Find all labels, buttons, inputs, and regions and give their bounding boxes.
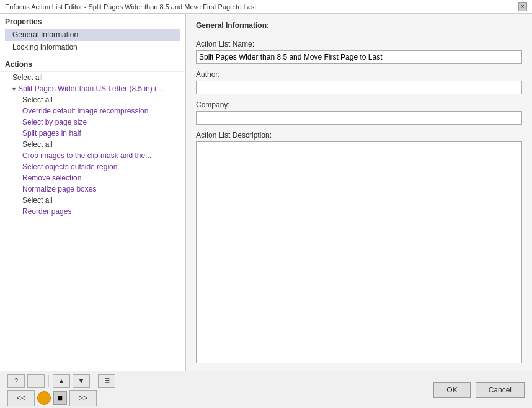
- list-item[interactable]: Reorder pages: [0, 206, 185, 217]
- action-label: Reorder pages: [22, 207, 71, 216]
- left-panel: Properties General Information Locking I…: [0, 14, 186, 371]
- up-arrow-icon: ▲: [58, 377, 65, 384]
- company-label: Company:: [196, 100, 522, 109]
- nav-general-label: General Information: [12, 30, 78, 39]
- list-item[interactable]: Split pages in half: [0, 128, 185, 139]
- prev-icon: <<: [17, 394, 25, 402]
- prev-button[interactable]: <<: [7, 390, 35, 406]
- list-item[interactable]: Override default image recompression: [0, 105, 185, 117]
- action-label: Select by page size: [22, 118, 87, 126]
- action-list-name-field: Action List Name:: [196, 40, 522, 64]
- next-icon: >>: [79, 394, 87, 402]
- record-button[interactable]: [37, 391, 51, 405]
- section-title: General Information:: [196, 21, 522, 30]
- properties-section: Properties General Information Locking I…: [0, 14, 185, 56]
- company-input[interactable]: [196, 111, 522, 125]
- action-list-name-label: Action List Name:: [196, 40, 522, 48]
- list-item[interactable]: Select objects outside region: [0, 161, 185, 172]
- toolbar-left: ? − ▲ ▼ ⊞ <<: [7, 374, 115, 406]
- list-item[interactable]: Select by page size: [0, 117, 185, 128]
- action-label: Normalize page boxes: [22, 185, 96, 193]
- close-button[interactable]: ×: [518, 2, 527, 11]
- toolbar-bottom-row: << ■ >>: [7, 390, 115, 406]
- next-button[interactable]: >>: [69, 390, 97, 406]
- actions-section: Actions Select all ▾ Split Pages Wider t…: [0, 56, 185, 371]
- up-button[interactable]: ▲: [53, 374, 70, 388]
- action-label: Select all: [22, 95, 53, 104]
- toolbar-controls: ? − ▲ ▼ ⊞ <<: [7, 374, 115, 406]
- action-label: Select all: [22, 196, 53, 205]
- author-label: Author:: [196, 70, 522, 79]
- company-field: Company:: [196, 100, 522, 125]
- description-section: Action List Description:: [196, 131, 522, 363]
- action-label: Remove selection: [22, 174, 81, 182]
- window-title: Enfocus Action List Editor - Split Pages…: [5, 3, 256, 11]
- description-textarea[interactable]: [196, 141, 522, 363]
- action-label: Crop images to the clip mask and the...: [22, 151, 151, 160]
- action-list-name-input[interactable]: [196, 50, 522, 64]
- list-item[interactable]: Crop images to the clip mask and the...: [0, 150, 185, 161]
- down-button[interactable]: ▼: [73, 374, 90, 388]
- separator-2: [94, 375, 94, 387]
- list-item[interactable]: Select all: [0, 195, 185, 206]
- list-item[interactable]: Remove selection: [0, 172, 185, 184]
- stop-icon: ■: [58, 393, 63, 402]
- stop-button[interactable]: ■: [53, 391, 67, 405]
- action-label: Override default image recompression: [22, 107, 148, 115]
- ok-button[interactable]: OK: [433, 382, 470, 398]
- author-input[interactable]: [196, 81, 522, 94]
- help-button[interactable]: ?: [7, 374, 25, 388]
- title-bar: Enfocus Action List Editor - Split Pages…: [0, 0, 532, 14]
- toolbar-top-row: ? − ▲ ▼ ⊞: [7, 374, 115, 388]
- list-item[interactable]: Normalize page boxes: [0, 184, 185, 195]
- help-icon: ?: [14, 377, 18, 384]
- list-item[interactable]: Select all: [0, 72, 185, 83]
- action-label: Select objects outside region: [22, 162, 117, 171]
- down-arrow-icon: ▼: [78, 377, 85, 384]
- list-item[interactable]: Select all: [0, 139, 185, 150]
- minus-button[interactable]: −: [27, 374, 45, 388]
- close-icon: ×: [521, 3, 525, 10]
- author-field: Author:: [196, 70, 522, 94]
- action-label: Split pages in half: [22, 129, 81, 138]
- chevron-down-icon: ▾: [12, 86, 16, 92]
- list-item[interactable]: Select all: [0, 94, 185, 105]
- grid-icon: ⊞: [104, 376, 110, 384]
- properties-title: Properties: [5, 17, 180, 26]
- description-label: Action List Description:: [196, 131, 522, 140]
- minus-icon: −: [34, 377, 38, 384]
- action-label: Split Pages Wider than US Letter (8.5 in…: [18, 84, 162, 93]
- toolbar-right: OK Cancel: [433, 382, 525, 398]
- ok-label: OK: [446, 386, 457, 394]
- list-item[interactable]: ▾ Split Pages Wider than US Letter (8.5 …: [0, 83, 185, 94]
- main-layout: Properties General Information Locking I…: [0, 14, 532, 371]
- nav-item-general[interactable]: General Information: [5, 29, 180, 41]
- actions-title: Actions: [0, 56, 185, 72]
- right-panel: General Information: Action List Name: A…: [186, 14, 532, 371]
- grid-button[interactable]: ⊞: [98, 374, 115, 388]
- cancel-label: Cancel: [489, 386, 512, 394]
- action-label: Select all: [12, 73, 43, 82]
- nav-locking-label: Locking Information: [12, 43, 78, 51]
- cancel-button[interactable]: Cancel: [476, 382, 525, 398]
- bottom-toolbar: ? − ▲ ▼ ⊞ <<: [0, 371, 532, 408]
- separator-1: [48, 375, 49, 387]
- nav-item-locking[interactable]: Locking Information: [5, 41, 180, 53]
- action-label: Select all: [22, 140, 53, 149]
